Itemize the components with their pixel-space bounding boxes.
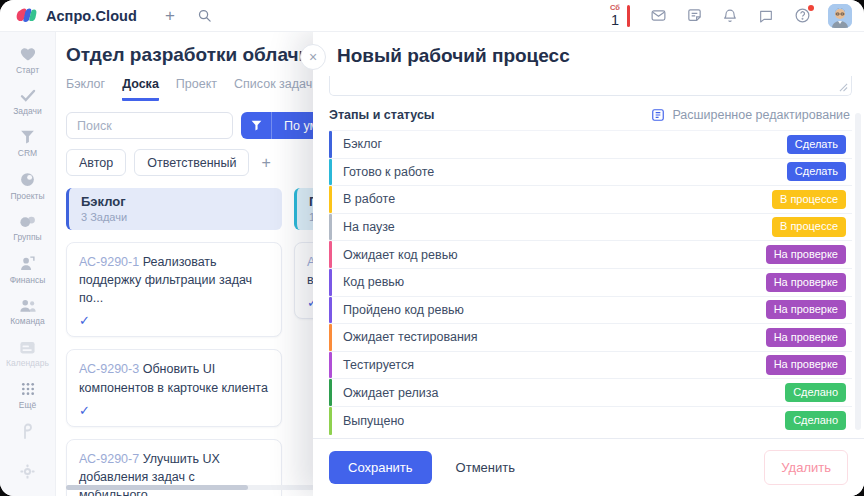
stage-list: Бэклог Сделать Готово к работе Сделать В… [329, 130, 852, 435]
gear-icon [19, 463, 36, 480]
mail-button[interactable] [648, 6, 668, 26]
projects-icon [19, 171, 36, 188]
stage-color-bar [329, 407, 332, 435]
sidebar-item-team[interactable]: Команда [0, 298, 55, 326]
stage-row[interactable]: Ожидает код ревью На проверке [329, 241, 852, 269]
scrollbar-thumb[interactable] [66, 485, 248, 490]
crm-icon [19, 129, 36, 145]
logo[interactable]: Аспро.Cloud [16, 7, 137, 25]
tasks-icon [19, 88, 37, 103]
status-badge[interactable]: На проверке [766, 245, 846, 264]
status-badge[interactable]: В процессе [772, 190, 846, 209]
tab-project[interactable]: Проект [176, 77, 217, 101]
stage-row[interactable]: В работе В процессе [329, 186, 852, 214]
delete-button[interactable]: Удалить [764, 450, 848, 485]
advanced-edit-label: Расширенное редактирование [672, 108, 850, 122]
sidebar-item-projects[interactable]: Проекты [0, 171, 55, 201]
cancel-button[interactable]: Отменить [452, 451, 519, 484]
stage-name: На паузе [343, 220, 395, 234]
search-button[interactable] [197, 8, 212, 23]
sidebar-item-apps[interactable] [19, 423, 37, 445]
status-badge[interactable]: На проверке [766, 328, 846, 347]
advanced-edit-link[interactable]: Расширенное редактирование [651, 108, 850, 122]
column-name: Бэклог [81, 194, 270, 209]
chip-author[interactable]: Автор [66, 149, 126, 176]
stage-row[interactable]: На паузе В процессе [329, 214, 852, 242]
create-plus-button[interactable]: + [165, 7, 175, 24]
help-button[interactable] [792, 6, 812, 26]
status-badge[interactable]: Сделано [785, 383, 846, 402]
stage-color-bar [329, 214, 332, 241]
sidebar: Старт Задачи CRM Проекты Группы Финансы … [0, 32, 56, 496]
close-button[interactable]: × [300, 44, 326, 70]
status-badge[interactable]: В процессе [772, 217, 846, 236]
description-textarea[interactable] [329, 76, 852, 96]
save-button[interactable]: Сохранить [329, 451, 432, 484]
status-badge[interactable]: На проверке [766, 273, 846, 292]
task-card[interactable]: АС-9290-3 Обновить UI компонентов в карт… [66, 349, 282, 426]
tab-backlog[interactable]: Бэклог [66, 77, 105, 101]
sidebar-item-more[interactable]: Ещё [0, 381, 55, 410]
status-badge[interactable]: Сделано [785, 411, 846, 430]
modal-body: Этапы и статусы Расширенное редактирован… [313, 73, 864, 438]
stage-row[interactable]: Пройдено код ревью На проверке [329, 297, 852, 325]
chip-assignee[interactable]: Ответственный [134, 149, 249, 176]
stage-row[interactable]: Готово к работе Сделать [329, 159, 852, 187]
sidebar-label: Календарь [6, 358, 49, 368]
stage-color-bar [329, 297, 332, 324]
modal-scrollbar[interactable] [855, 113, 861, 430]
board-search-input[interactable] [66, 112, 233, 139]
calendar-icon [19, 339, 36, 355]
stage-name: Выпущено [343, 414, 404, 428]
sidebar-item-calendar[interactable]: Календарь [0, 339, 55, 368]
workflow-modal: × Новый рабочий процесс Этапы и статусы … [313, 32, 864, 496]
add-filter-button[interactable]: + [261, 154, 270, 172]
topbar: Аспро.Cloud + Сб 1 [0, 0, 864, 32]
logo-icon [16, 7, 38, 25]
notes-button[interactable] [684, 6, 704, 26]
status-badge[interactable]: Сделать [787, 162, 846, 181]
sidebar-label: CRM [18, 148, 37, 158]
sidebar-label: Финансы [10, 275, 46, 285]
task-check-icon: ✓ [79, 403, 269, 418]
stage-row[interactable]: Ожидает релиза Сделано [329, 379, 852, 407]
sidebar-label: Задачи [13, 106, 42, 116]
stages-section-label: Этапы и статусы [329, 108, 435, 122]
logo-text: Аспро.Cloud [46, 8, 137, 24]
stage-row[interactable]: Ожидает тестирования На проверке [329, 324, 852, 352]
sidebar-item-crm[interactable]: CRM [0, 129, 55, 158]
stage-name: Код ревью [343, 275, 404, 289]
kanban-column-backlog: Бэклог 3 Задачи АС-9290-1 Реализовать по… [66, 188, 282, 496]
calendar-date-widget[interactable]: Сб 1 [610, 4, 630, 27]
chat-button[interactable] [756, 6, 776, 26]
status-badge[interactable]: Сделать [787, 135, 846, 154]
sidebar-item-tasks[interactable]: Задачи [0, 88, 55, 116]
modal-title: Новый рабочий процесс [337, 45, 570, 66]
status-badge[interactable]: На проверке [766, 300, 846, 319]
sidebar-item-groups[interactable]: Группы [0, 214, 55, 242]
sidebar-item-settings[interactable] [19, 463, 36, 484]
sidebar-item-start[interactable]: Старт [0, 46, 55, 75]
stage-name: Готово к работе [343, 165, 434, 179]
sidebar-label: Проекты [10, 191, 44, 201]
resize-grip-icon [839, 83, 848, 92]
modal-footer: Сохранить Отменить Удалить [313, 438, 864, 496]
apps-icon [19, 423, 37, 441]
sidebar-label: Ещё [19, 400, 36, 410]
stage-row[interactable]: Бэклог Сделать [329, 131, 852, 159]
user-avatar[interactable] [828, 4, 852, 28]
task-card[interactable]: АС-9290-1 Реализовать поддержку фильтрац… [66, 242, 282, 337]
tab-board[interactable]: Доска [122, 77, 159, 101]
status-badge[interactable]: На проверке [766, 355, 846, 374]
task-id: АС-9290-1 [79, 255, 139, 269]
notification-dot [808, 5, 814, 11]
notifications-button[interactable] [720, 6, 740, 26]
sidebar-item-finance[interactable]: Финансы [0, 255, 55, 285]
stage-row[interactable]: Тестируется На проверке [329, 352, 852, 380]
column-header[interactable]: Бэклог 3 Задачи [66, 188, 282, 230]
stage-row[interactable]: Код ревью На проверке [329, 269, 852, 297]
stage-row[interactable]: Выпущено Сделано [329, 407, 852, 435]
tab-task-list[interactable]: Список задач [234, 77, 312, 101]
sidebar-label: Старт [16, 65, 39, 75]
stage-color-bar [329, 324, 332, 351]
